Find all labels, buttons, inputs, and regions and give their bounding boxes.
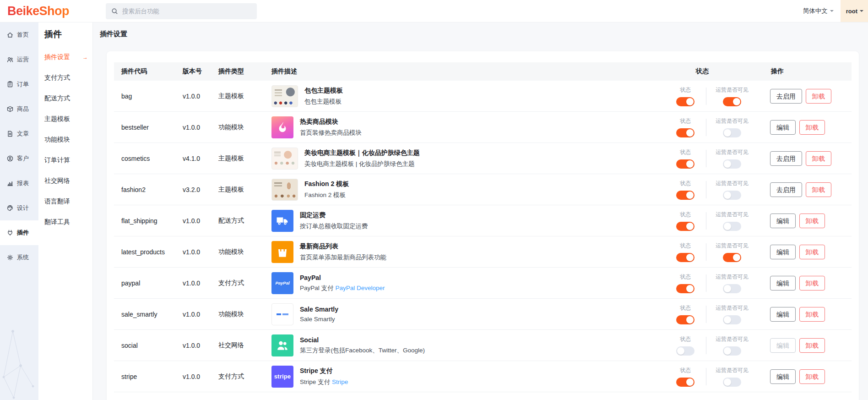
row-actions: 去启用卸载	[770, 182, 852, 197]
visibility-toggle-label: 运营是否可见	[716, 304, 749, 312]
plugin-type: 配送方式	[218, 217, 271, 225]
table-row: paypal v1.0.0 支付方式 PayPal PayPal PayPal …	[114, 268, 852, 299]
edit-button[interactable]: 编辑	[770, 276, 796, 290]
sidebar-item-label: 系统	[17, 253, 29, 262]
status-toggle[interactable]	[676, 128, 694, 137]
visibility-toggle[interactable]	[723, 253, 741, 262]
submenu-item-翻译工具[interactable]: 翻译工具	[38, 212, 92, 232]
status-toggle[interactable]	[676, 97, 694, 106]
plugin-subtitle: Fashion 2 模板	[304, 191, 349, 199]
plugin-title: 固定运费	[300, 211, 368, 219]
sidebar-item-文章[interactable]: 文章	[0, 121, 38, 146]
plugin-table-card: 插件代码 版本号 插件类型 插件描述 状态 操作 bag v1.0.0 主题模板…	[107, 51, 859, 400]
enable-button[interactable]: 去启用	[770, 89, 802, 104]
system-gear-icon	[6, 254, 14, 261]
plugin-title: 最新商品列表	[300, 242, 386, 251]
plugin-doc-link[interactable]: PayPal Developer	[336, 285, 385, 291]
sidebar-item-报表[interactable]: 报表	[0, 171, 38, 196]
visibility-toggle[interactable]	[723, 346, 741, 356]
sidebar-item-客户[interactable]: 客户	[0, 146, 38, 171]
visibility-toggle[interactable]	[723, 97, 741, 106]
sidebar-item-label: 运营	[17, 55, 29, 64]
edit-button[interactable]: 编辑	[770, 214, 796, 228]
sidebar-item-商品[interactable]: 商品	[0, 97, 38, 121]
status-toggle[interactable]	[676, 378, 694, 387]
toggle-divider	[706, 337, 706, 354]
submenu-item-社交网络[interactable]: 社交网络	[38, 170, 92, 191]
submenu-item-功能模块[interactable]: 功能模块	[38, 129, 92, 150]
sidebar-item-插件[interactable]: 插件	[0, 220, 38, 245]
language-dropdown[interactable]: 简体中文	[803, 7, 834, 15]
status-toggle[interactable]	[676, 159, 694, 169]
enable-button[interactable]: 去启用	[770, 182, 802, 197]
uninstall-button[interactable]: 卸载	[799, 245, 825, 259]
plugin-title: Social	[300, 336, 425, 344]
edit-button[interactable]: 编辑	[770, 120, 796, 135]
visibility-toggle[interactable]	[723, 284, 741, 293]
visibility-toggle[interactable]	[723, 191, 741, 200]
sidebar-item-运营[interactable]: 运营	[0, 47, 38, 72]
visibility-toggle[interactable]	[723, 315, 741, 324]
search-input[interactable]	[122, 8, 251, 15]
search-bar[interactable]	[106, 3, 257, 19]
toggle-divider	[706, 150, 706, 167]
submenu-item-订单计算[interactable]: 订单计算	[38, 150, 92, 170]
sidebar-item-label: 商品	[17, 105, 29, 113]
edit-button[interactable]: 编辑	[770, 245, 796, 259]
submenu-item-插件设置[interactable]: 插件设置	[38, 47, 92, 67]
plugin-subtitle: 按订单总额收取固定运费	[300, 222, 368, 230]
uninstall-button[interactable]: 卸载	[799, 369, 825, 384]
visibility-toggle[interactable]	[723, 222, 741, 231]
plugin-code: flat_shipping	[114, 217, 183, 225]
user-menu[interactable]: root	[841, 0, 868, 22]
plugin-doc-link[interactable]: Stripe	[332, 378, 348, 385]
plugin-code: fashion2	[114, 186, 183, 193]
uninstall-button[interactable]: 卸载	[799, 214, 825, 228]
reports-chart-icon	[6, 180, 14, 187]
status-toggle[interactable]	[676, 346, 694, 356]
visibility-toggle[interactable]	[723, 378, 741, 387]
uninstall-button[interactable]: 卸载	[799, 120, 825, 135]
uninstall-button[interactable]: 卸载	[806, 182, 831, 197]
primary-sidebar-list: 首页 运营 订单 商品 文章 客户 报表 设计 插件 系统	[0, 22, 38, 270]
plugin-subtitle: 美妆电商主题模板 | 化妆品护肤绿色主题	[304, 160, 420, 168]
app-logo[interactable]: BeikeShop	[7, 4, 69, 18]
stripe-logo: stripe	[271, 366, 293, 388]
edit-button[interactable]: 编辑	[770, 338, 796, 353]
sidebar-item-首页[interactable]: 首页	[0, 22, 38, 47]
enable-button[interactable]: 去启用	[770, 151, 802, 166]
table-row: bag v1.0.0 主题模板 包包主题模板 包包主题模板 状态 运营是否可见 …	[114, 81, 852, 112]
plugin-version: v1.0.0	[183, 279, 218, 287]
salesmartly-logo	[271, 303, 293, 325]
submenu-item-语言翻译[interactable]: 语言翻译	[38, 191, 92, 212]
operations-users-icon	[6, 56, 14, 63]
uninstall-button[interactable]: 卸载	[799, 276, 825, 290]
status-toggle[interactable]	[676, 315, 694, 324]
plugin-version: v1.0.0	[183, 93, 218, 100]
visibility-toggle[interactable]	[723, 128, 741, 137]
sidebar-item-订单[interactable]: 订单	[0, 72, 38, 97]
uninstall-button[interactable]: 卸载	[806, 89, 831, 104]
status-toggle[interactable]	[676, 191, 694, 200]
submenu-item-配送方式[interactable]: 配送方式	[38, 88, 92, 109]
submenu-item-支付方式[interactable]: 支付方式	[38, 67, 92, 88]
visibility-toggle[interactable]	[723, 159, 741, 169]
col-header-status: 状态	[664, 67, 770, 76]
plugin-version: v1.0.0	[183, 373, 218, 380]
status-toggle[interactable]	[676, 253, 694, 262]
sidebar-item-设计[interactable]: 设计	[0, 196, 38, 220]
status-toggle[interactable]	[676, 222, 694, 231]
plugin-subtitle: 包包主题模板	[304, 98, 343, 106]
status-toggle-label: 状态	[680, 335, 691, 343]
edit-button[interactable]: 编辑	[770, 307, 796, 322]
submenu-item-主题模板[interactable]: 主题模板	[38, 109, 92, 129]
status-toggle[interactable]	[676, 284, 694, 293]
uninstall-button[interactable]: 卸载	[799, 338, 825, 353]
edit-button[interactable]: 编辑	[770, 369, 796, 384]
sidebar-item-系统[interactable]: 系统	[0, 245, 38, 270]
visibility-toggle-label: 运营是否可见	[716, 367, 749, 374]
table-row: latest_products v1.0.0 功能模块 最新商品列表 首页菜单添…	[114, 236, 852, 268]
status-toggle-label: 状态	[680, 273, 691, 281]
uninstall-button[interactable]: 卸载	[799, 307, 825, 322]
uninstall-button[interactable]: 卸载	[806, 151, 831, 166]
